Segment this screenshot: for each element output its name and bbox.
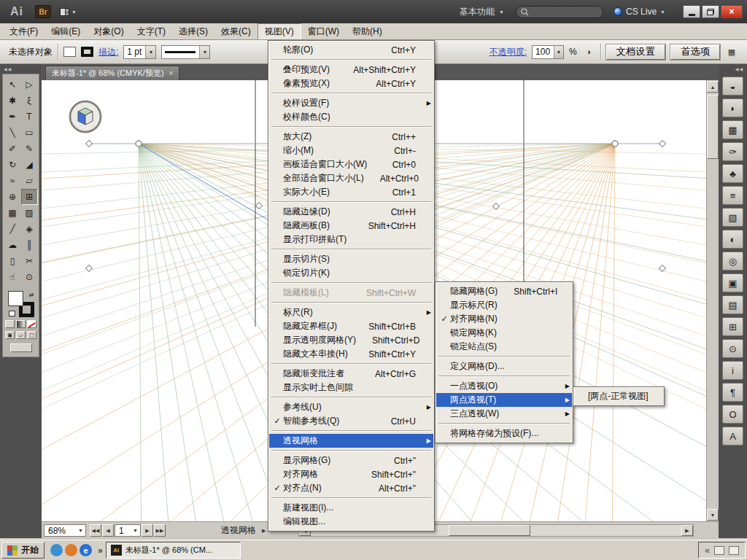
document-tab[interactable]: 未标题-1* @ 68% (CMYK/预览) × [45, 66, 179, 80]
close-tab-icon[interactable]: × [169, 69, 174, 77]
menu-item-save-grid-as-preset[interactable]: 将网格存储为预设(F)... [436, 427, 572, 440]
restore-button[interactable] [702, 5, 719, 18]
menu-item-overprint-preview[interactable]: 叠印预览(V)Alt+Shift+Ctrl+Y [269, 63, 433, 77]
stroke-panel-link[interactable]: 描边: [98, 46, 118, 58]
menu-item-two-point-normal-view[interactable]: [两点-正常视图] [574, 389, 663, 403]
stroke-color-swatch[interactable] [81, 47, 93, 57]
menu-item-show-rulers[interactable]: 显示标尺(R) [436, 298, 572, 312]
menu-item-three-point-perspective[interactable]: 三点透视(W)▶ [436, 407, 572, 421]
pencil-tool[interactable]: ✎ [21, 141, 38, 157]
gradient-panel-icon[interactable]: ▧ [722, 208, 743, 227]
menu-item-guides[interactable]: 参考线(U)▶ [269, 400, 433, 414]
quick-launch-browser-icon[interactable] [50, 544, 63, 556]
swatches-panel-icon[interactable]: ▦ [722, 120, 743, 139]
document-setup-button[interactable]: 文档设置 [606, 44, 665, 60]
recolor-artwork-icon[interactable]: ◑ [582, 46, 595, 58]
menu-item-outline[interactable]: 轮廓(O)Ctrl+Y [269, 43, 433, 57]
arrange-documents-button[interactable]: ▼ [57, 7, 80, 18]
start-button[interactable]: 开始 [1, 542, 44, 559]
width-tool[interactable]: ≈ [4, 173, 21, 189]
menu-item-lock-station-point[interactable]: 锁定站点(S) [436, 340, 572, 354]
cs-live-button[interactable]: CS Live ▼ [609, 5, 670, 18]
perspective-grid-tool[interactable]: ⊞ [21, 189, 38, 205]
layers-panel-icon[interactable]: ▤ [722, 295, 743, 314]
opentype-panel-icon[interactable]: O [722, 405, 743, 424]
last-artboard-button[interactable]: ▶▶ [154, 524, 166, 537]
menu-item-show-slices[interactable]: 显示切片(S) [269, 252, 433, 266]
line-segment-tool[interactable]: ╲ [4, 125, 21, 141]
menubar-item-view[interactable]: 视图(V) [258, 23, 301, 39]
graphic-styles-panel-icon[interactable]: ▣ [722, 273, 743, 292]
paintbrush-tool[interactable]: ✐ [4, 141, 21, 157]
preferences-button[interactable]: 首选项 [670, 44, 720, 60]
status-display[interactable]: 透视网格 ▶ [217, 524, 270, 537]
blend-tool[interactable]: ◈ [21, 221, 38, 237]
opacity-combo[interactable]: 100 ▼ [532, 45, 564, 59]
appearance-panel-icon[interactable]: ◎ [722, 252, 743, 271]
shape-builder-tool[interactable]: ⊕ [4, 189, 21, 205]
color-guide-panel-icon[interactable]: ◗ [722, 98, 743, 117]
menu-item-fit-all[interactable]: 全部适合窗口大小(L)Alt+Ctrl+0 [269, 171, 433, 185]
menu-item-perspective-grid[interactable]: 透视网格▶ [269, 434, 433, 448]
opacity-panel-link[interactable]: 不透明度: [489, 46, 527, 58]
minimize-button[interactable] [683, 5, 700, 18]
menu-item-zoom-in[interactable]: 放大(Z)Ctrl++ [269, 130, 433, 144]
none-button[interactable] [27, 320, 36, 328]
collapse-dock-icon[interactable]: ◀◀ [0, 64, 42, 74]
menu-item-actual-size[interactable]: 实际大小(E)Ctrl+1 [269, 185, 433, 199]
menubar-item-object[interactable]: 对象(O) [87, 23, 130, 39]
color-panel-icon[interactable]: ◒ [722, 77, 743, 96]
menubar-item-select[interactable]: 选择(S) [172, 23, 214, 39]
search-input[interactable] [516, 6, 603, 18]
menu-item-pixel-preview[interactable]: 像素预览(X)Alt+Ctrl+Y [269, 77, 433, 90]
screen-mode-button[interactable] [10, 343, 32, 352]
menu-item-two-point-perspective[interactable]: 两点透视(T)▶ [436, 393, 572, 407]
menu-item-hide-gradient-annotator[interactable]: 隐藏渐变批注者Alt+Ctrl+G [269, 367, 433, 381]
type-tool[interactable]: T [21, 109, 38, 125]
eyedropper-tool[interactable]: ╱ [4, 221, 21, 237]
menubar-item-edit[interactable]: 编辑(E) [44, 23, 87, 39]
menu-item-lock-slices[interactable]: 锁定切片(K) [269, 266, 433, 280]
menubar-item-file[interactable]: 文件(F) [3, 23, 44, 39]
menu-item-show-live-paint-gaps[interactable]: 显示实时上色间隙 [269, 381, 433, 394]
align-panel-icon[interactable]: ▦ [725, 46, 738, 58]
navigator-panel-icon[interactable]: ⊙ [722, 339, 743, 358]
quick-launch-internet-icon[interactable]: e [80, 544, 92, 556]
selection-tool[interactable]: ↖ [4, 77, 21, 93]
artboard-tool[interactable]: ▯ [4, 253, 21, 269]
menu-item-hide-grid[interactable]: 隐藏网格(G)Shift+Ctrl+I [436, 284, 572, 298]
menu-item-smart-guides[interactable]: ✓智能参考线(Q)Ctrl+U [269, 414, 433, 428]
scale-tool[interactable]: ◢ [21, 157, 38, 173]
zoom-tool[interactable]: ⊙ [21, 269, 38, 285]
info-panel-icon[interactable]: i [722, 361, 743, 380]
hand-tool[interactable]: ☝ [4, 269, 21, 285]
menubar-item-type[interactable]: 文字(T) [131, 23, 172, 39]
menubar-item-help[interactable]: 帮助(H) [346, 23, 389, 39]
menubar-item-effect[interactable]: 效果(C) [214, 23, 258, 39]
tray-expand-icon[interactable]: « [705, 545, 710, 556]
menu-item-hide-bounding-box[interactable]: 隐藏定界框(J)Shift+Ctrl+B [269, 319, 433, 333]
workspace-switcher[interactable]: 基本功能 ▼ [454, 4, 510, 20]
draw-behind-button[interactable]: ▱ [16, 331, 26, 339]
menu-item-hide-text-threads[interactable]: 隐藏文本串接(H)Shift+Ctrl+Y [269, 347, 433, 361]
free-transform-tool[interactable]: ▱ [21, 173, 38, 189]
color-button[interactable] [5, 320, 15, 328]
draw-inside-button[interactable]: ▢ [27, 331, 36, 339]
menu-item-lock-grid[interactable]: 锁定网格(K) [436, 326, 572, 340]
draw-normal-button[interactable]: ▣ [5, 331, 15, 339]
symbol-sprayer-tool[interactable]: ☁ [4, 237, 21, 253]
gradient-tool[interactable]: ▨ [21, 205, 38, 221]
transparency-panel-icon[interactable]: ◐ [722, 230, 743, 249]
character-panel-icon[interactable]: A [722, 427, 743, 446]
menu-item-proof-setup[interactable]: 校样设置(F)▶ [269, 96, 433, 110]
menubar-item-window[interactable]: 窗口(W) [301, 23, 346, 39]
stroke-weight-combo[interactable]: 1 pt ▼ [123, 45, 156, 59]
rotate-tool[interactable]: ↻ [4, 157, 21, 173]
taskbar-item-illustrator[interactable]: Ai 未标题-1* @ 68% (CM... [106, 542, 241, 559]
column-graph-tool[interactable]: ║ [21, 237, 38, 253]
input-method-icon[interactable] [714, 546, 724, 555]
menu-item-show-print-tiling[interactable]: 显示打印拼贴(T) [269, 233, 433, 246]
next-artboard-button[interactable]: ▶ [142, 524, 153, 537]
menu-item-new-view[interactable]: 新建视图(I)... [269, 501, 433, 515]
gradient-button[interactable] [16, 320, 26, 328]
